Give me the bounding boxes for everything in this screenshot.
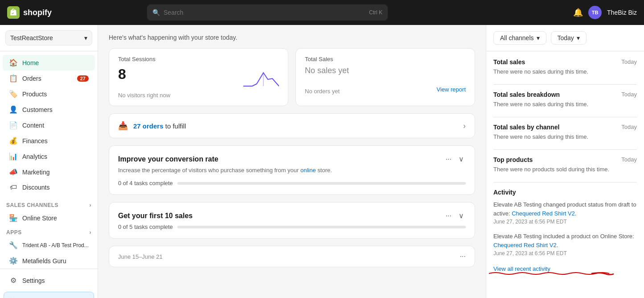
activity-time-0: June 27, 2023 at 6:56 PM EDT bbox=[493, 218, 637, 226]
apps-section[interactable]: Apps › bbox=[0, 226, 98, 237]
stat-divider-0 bbox=[493, 84, 637, 85]
sidebar-item-marketing[interactable]: 📣 Marketing bbox=[3, 164, 95, 180]
content-icon: 📄 bbox=[9, 121, 18, 129]
sidebar-item-trident[interactable]: 🔧 Trident AB - A/B Test Prod... bbox=[3, 237, 95, 253]
sidebar-item-online-store[interactable]: 🏪 Online Store bbox=[3, 210, 95, 226]
stat-title-0: Total sales bbox=[493, 58, 525, 66]
today-button[interactable]: Today ▾ bbox=[551, 31, 587, 45]
search-input[interactable] bbox=[164, 9, 365, 16]
sidebar-item-label: Discounts bbox=[22, 184, 49, 191]
all-channels-button[interactable]: All channels ▾ bbox=[493, 31, 546, 45]
chevron-down-icon: ▾ bbox=[84, 34, 87, 41]
sidebar-item-orders[interactable]: 📋 Orders 27 bbox=[3, 70, 95, 86]
metafields-icon: ⚙️ bbox=[9, 257, 18, 265]
user-name: TheBiz Biz bbox=[607, 9, 637, 16]
marketing-icon: 📣 bbox=[9, 168, 18, 176]
online-link[interactable]: online bbox=[300, 167, 316, 174]
activity-link-0[interactable]: Chequered Red Shirt V2. bbox=[512, 210, 576, 217]
stat-title-1: Total sales breakdown bbox=[493, 91, 560, 98]
sidebar-item-label: Trident AB - A/B Test Prod... bbox=[22, 242, 89, 248]
sidebar-item-settings[interactable]: ⚙ Settings bbox=[3, 273, 95, 288]
home-icon: 🏠 bbox=[9, 58, 18, 67]
chevron-down-icon: ▾ bbox=[537, 34, 540, 41]
trident-icon: 🔧 bbox=[9, 241, 18, 249]
orders-suffix: to fulfill bbox=[165, 122, 186, 130]
chevron-down-icon-2: ▾ bbox=[577, 34, 580, 41]
stat-date-0: Today bbox=[621, 58, 637, 65]
total-sales-breakdown-stat: Total sales breakdown Today There were n… bbox=[493, 91, 637, 108]
notification-bell-icon[interactable]: 🔔 bbox=[573, 8, 583, 17]
stat-desc-2: There were no sales during this time. bbox=[493, 133, 588, 140]
first-sales-progress: 0 of 5 tasks complete bbox=[118, 224, 466, 230]
stat-divider-3 bbox=[493, 182, 637, 182]
total-sales-stat: Total sales Today There were no sales du… bbox=[493, 58, 637, 75]
view-report-link[interactable]: View report bbox=[436, 86, 466, 93]
collapse-button-2[interactable]: ∨ bbox=[457, 211, 466, 221]
logo: shopify bbox=[7, 6, 52, 19]
sidebar-item-metafields[interactable]: ⚙️ Metafields Guru bbox=[3, 253, 95, 269]
right-panel: All channels ▾ Today ▾ Total sales Today… bbox=[486, 25, 644, 298]
orders-count: 27 orders to fulfill bbox=[133, 122, 186, 130]
stats-cards-row: Total Sessions 8 No visitors right now bbox=[109, 48, 475, 106]
activity-item-0: Elevate AB Testing changed product statu… bbox=[493, 200, 637, 226]
activity-section: Activity Elevate AB Testing changed prod… bbox=[493, 189, 637, 273]
first-sales-progress-bar bbox=[177, 226, 466, 228]
collapse-button[interactable]: ∨ bbox=[457, 154, 466, 164]
stat-divider-1 bbox=[493, 117, 637, 117]
activity-link-1[interactable]: Chequered Red Shirt V2. bbox=[493, 242, 558, 248]
sidebar-item-products[interactable]: 🏷️ Products bbox=[3, 86, 95, 102]
date-range-card: June 15–June 21 ··· bbox=[109, 246, 475, 267]
conversion-progress-bar bbox=[177, 182, 466, 185]
first-sales-title: Get your first 10 sales bbox=[118, 212, 193, 220]
activity-time-1: June 27, 2023 at 6:56 PM EDT bbox=[493, 249, 637, 257]
today-label: Today bbox=[558, 34, 574, 41]
apps-label: Apps bbox=[6, 229, 22, 236]
store-selector: TestReactStore ▾ bbox=[0, 25, 98, 51]
view-all-activity-link[interactable]: View all recent activity bbox=[493, 265, 550, 272]
analytics-icon: 📊 bbox=[9, 152, 18, 161]
right-panel-body: Total sales Today There were no sales du… bbox=[486, 51, 644, 280]
ellipsis-button-2[interactable]: ··· bbox=[444, 211, 453, 221]
stat-title-3: Top products bbox=[493, 156, 533, 163]
orders-card-left: 📥 27 orders to fulfill bbox=[118, 121, 186, 131]
date-menu-button[interactable]: ··· bbox=[460, 252, 466, 261]
no-orders-text: No orders yet bbox=[305, 88, 340, 95]
stat-date-3: Today bbox=[621, 156, 637, 163]
sidebar-item-content[interactable]: 📄 Content bbox=[3, 117, 95, 133]
sidebar-item-customers[interactable]: 👤 Customers bbox=[3, 102, 95, 117]
discounts-icon: 🏷 bbox=[9, 183, 18, 191]
right-panel-header: All channels ▾ Today ▾ bbox=[486, 25, 644, 51]
conversion-header: Improve your conversion rate ··· ∨ bbox=[118, 154, 466, 164]
sidebar-item-finances[interactable]: 💰 Finances bbox=[3, 133, 95, 149]
sessions-title: Total Sessions bbox=[118, 56, 279, 62]
sessions-card: Total Sessions 8 No visitors right now bbox=[109, 48, 288, 106]
sidebar-item-label: Home bbox=[22, 59, 39, 66]
sidebar-item-analytics[interactable]: 📊 Analytics bbox=[3, 149, 95, 164]
sidebar-bottom: ⚙ Settings ℹ Non-transferable bbox=[0, 269, 98, 298]
ellipsis-button[interactable]: ··· bbox=[444, 154, 453, 164]
top-navigation: shopify 🔍 Ctrl K 🔔 TB TheBiz Biz bbox=[0, 0, 644, 25]
chevron-right-icon: › bbox=[90, 202, 92, 208]
sidebar-item-label: Finances bbox=[22, 137, 48, 145]
task-header-icons-2: ··· ∨ bbox=[444, 211, 466, 221]
store-select-button[interactable]: TestReactStore ▾ bbox=[5, 30, 92, 46]
svg-rect-1 bbox=[263, 72, 264, 86]
conversion-desc: Increase the percentage of visitors who … bbox=[118, 167, 466, 174]
sessions-chart bbox=[243, 66, 279, 88]
orders-link[interactable]: 27 orders bbox=[133, 122, 164, 130]
sidebar-item-discounts[interactable]: 🏷 Discounts bbox=[3, 180, 95, 195]
sessions-subtext: No visitors right now bbox=[118, 92, 279, 99]
page-subtitle: Here's what's happening with your store … bbox=[109, 34, 475, 41]
sidebar-item-home[interactable]: 🏠 Home bbox=[3, 55, 95, 70]
finances-icon: 💰 bbox=[9, 137, 18, 145]
sales-channels-section[interactable]: Sales channels › bbox=[0, 199, 98, 210]
conversion-progress-label: 0 of 4 tasks complete bbox=[118, 180, 173, 186]
orders-fulfill-card[interactable]: 📥 27 orders to fulfill › bbox=[109, 113, 475, 138]
avatar[interactable]: TB bbox=[588, 6, 602, 19]
stat-desc-0: There were no sales during this time. bbox=[493, 68, 588, 75]
date-range-label: June 15–June 21 bbox=[118, 253, 163, 260]
fulfill-icon: 📥 bbox=[118, 121, 128, 131]
search-bar[interactable]: 🔍 Ctrl K bbox=[147, 4, 388, 21]
total-sales-card: Total Sales No sales yet No orders yet V… bbox=[295, 48, 475, 106]
chevron-right-icon: › bbox=[90, 229, 92, 236]
